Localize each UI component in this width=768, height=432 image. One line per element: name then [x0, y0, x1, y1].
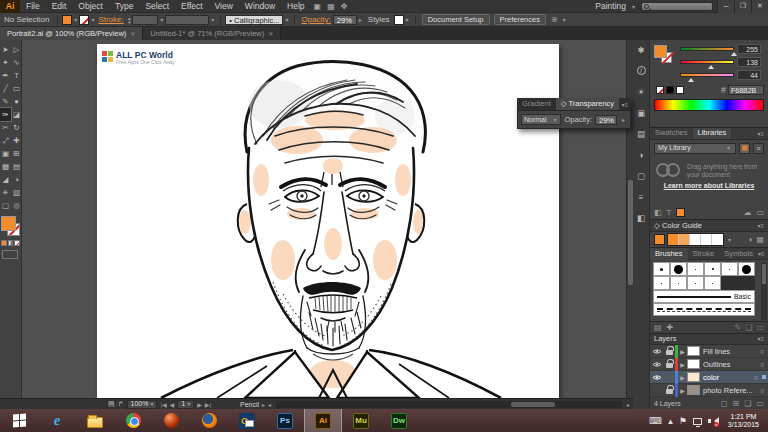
- brush-swatch[interactable]: [738, 262, 755, 276]
- control-panel-menu-icon[interactable]: ≋: [548, 15, 561, 24]
- symbols-panel-icon[interactable]: ✱: [635, 43, 648, 56]
- status-icon-1[interactable]: ▤: [108, 400, 115, 408]
- zoom-level-select[interactable]: 100%▾: [127, 400, 158, 409]
- brush-libraries-icon[interactable]: ▤: [654, 323, 662, 332]
- blend-mode-select[interactable]: Normal▾: [521, 114, 561, 125]
- stroke-dropdown-icon[interactable]: ▾: [89, 16, 96, 23]
- horizontal-scrollbar[interactable]: [276, 401, 622, 408]
- opacity-link[interactable]: Opacity:: [299, 15, 332, 24]
- column-graph-tool[interactable]: ▥: [11, 186, 22, 199]
- brush-dropdown-icon[interactable]: ▾: [283, 16, 290, 23]
- new-brush-icon[interactable]: ❏: [745, 323, 752, 332]
- layer-thumbnail[interactable]: [687, 385, 700, 395]
- panel-menu-icon[interactable]: ▾≡: [757, 335, 764, 342]
- delete-layer-icon[interactable]: ▭: [756, 399, 764, 408]
- fill-dropdown-icon[interactable]: ▾: [72, 16, 79, 23]
- free-transform-tool[interactable]: ▣: [0, 147, 11, 160]
- magic-wand-tool[interactable]: ✦: [0, 56, 11, 69]
- tab-swatches[interactable]: Swatches: [650, 127, 693, 139]
- taskbar-outlook[interactable]: O: [228, 409, 266, 432]
- panel-menu-icon[interactable]: ▾≡: [621, 101, 631, 108]
- expand-arrow-icon[interactable]: ▶: [678, 348, 687, 355]
- document-tab-portrait2[interactable]: Portrait2.ai @ 100% (RGB/Preview) ✕: [0, 27, 143, 40]
- symbol-sprayer-tool[interactable]: ✳: [0, 186, 11, 199]
- artboard-tool[interactable]: ▢: [0, 199, 11, 212]
- menu-window[interactable]: Window: [239, 0, 281, 13]
- screen-mode-button[interactable]: [2, 250, 18, 259]
- artboard-navigation-select[interactable]: 1▾: [177, 400, 194, 409]
- lock-icon[interactable]: [663, 347, 675, 355]
- hex-field[interactable]: F68B2B: [728, 85, 764, 95]
- green-slider[interactable]: [680, 60, 734, 64]
- pen-tool[interactable]: ✒: [0, 69, 11, 82]
- layer-thumbnail[interactable]: [687, 359, 700, 369]
- layer-thumbnail[interactable]: [687, 346, 700, 356]
- brush-swatch[interactable]: [670, 276, 687, 290]
- brush-swatch[interactable]: [653, 276, 670, 290]
- taskbar-illustrator-active[interactable]: Ai: [304, 409, 342, 432]
- menu-edit[interactable]: Edit: [46, 0, 73, 13]
- brush-swatch[interactable]: [704, 262, 721, 276]
- expand-arrow-icon[interactable]: ▶: [678, 361, 687, 368]
- opacity-field[interactable]: 29%: [595, 115, 617, 125]
- red-slider[interactable]: [680, 47, 734, 51]
- direct-selection-tool[interactable]: ▷: [11, 43, 22, 56]
- bridge-icon[interactable]: ▣: [311, 2, 325, 11]
- target-circle-icon[interactable]: ○: [756, 348, 768, 355]
- brush-swatch[interactable]: [653, 262, 670, 276]
- library-select[interactable]: My Library▾: [654, 143, 736, 154]
- fill-swatch[interactable]: [654, 45, 667, 58]
- document-setup-button[interactable]: Document Setup: [422, 14, 490, 25]
- selection-tool[interactable]: ➤: [0, 43, 11, 56]
- mesh-tool[interactable]: ▦: [0, 160, 11, 173]
- fill-stroke-widget[interactable]: [1, 216, 22, 238]
- brush-swatch[interactable]: [721, 262, 738, 276]
- action-center-flag-icon[interactable]: ⚑: [679, 416, 687, 426]
- blob-brush-tool[interactable]: ●: [11, 95, 22, 108]
- width-profile-dropdown-icon[interactable]: ▾: [209, 16, 216, 23]
- stroke-weight-dropdown-icon[interactable]: ▾: [158, 16, 165, 23]
- artboard[interactable]: ALL PC World Free Apps One Click Away: [97, 44, 559, 398]
- add-brush-icon[interactable]: ✚: [667, 323, 674, 332]
- rectangle-tool[interactable]: ▭: [11, 82, 22, 95]
- taskbar-browser[interactable]: [152, 409, 190, 432]
- layer-thumbnail[interactable]: [687, 372, 700, 382]
- brush-options-icon[interactable]: ✎: [735, 323, 742, 332]
- panel-menu-icon[interactable]: ▾≡: [757, 222, 764, 229]
- rotate-tool[interactable]: ↻: [11, 121, 22, 134]
- green-value-field[interactable]: 138: [737, 57, 761, 67]
- taskbar-chrome[interactable]: [114, 409, 152, 432]
- make-clip-mask-icon[interactable]: ◻: [721, 399, 728, 408]
- draw-none-button[interactable]: [14, 240, 20, 246]
- stroke-weight-field[interactable]: [132, 15, 158, 25]
- zoom-tool[interactable]: ◎: [11, 199, 22, 212]
- tray-expand-icon[interactable]: ▴: [668, 416, 673, 426]
- menu-effect[interactable]: Effect: [175, 0, 209, 13]
- layer-row-fill-lines[interactable]: ▶ Fill lines ○: [650, 345, 768, 358]
- info-panel-icon[interactable]: i: [635, 64, 648, 77]
- target-circle-icon[interactable]: ○: [756, 387, 768, 394]
- menu-file[interactable]: File: [20, 0, 46, 13]
- menu-select[interactable]: Select: [139, 0, 175, 13]
- spin-down-icon[interactable]: ▾: [128, 20, 131, 24]
- harmony-swatches[interactable]: [667, 233, 724, 246]
- blend-tool[interactable]: ◑: [11, 173, 22, 186]
- close-button[interactable]: ✕: [751, 0, 768, 13]
- none-swatch[interactable]: [656, 86, 664, 94]
- taskbar-clock[interactable]: 1:21 PM 3/13/2015: [724, 413, 763, 429]
- search-input[interactable]: [641, 2, 713, 11]
- scale-tool[interactable]: ⤢: [0, 134, 11, 147]
- canvas-area[interactable]: ALL PC World Free Apps One Click Away: [22, 40, 633, 398]
- lasso-tool[interactable]: ∿: [11, 56, 22, 69]
- menu-help[interactable]: Help: [281, 0, 310, 13]
- taskbar-muse[interactable]: Mu: [342, 409, 380, 432]
- visibility-eye-icon[interactable]: [650, 361, 663, 368]
- cloud-sync-icon[interactable]: ☁: [743, 208, 751, 217]
- grid-view-button[interactable]: ▦: [739, 143, 750, 154]
- color-asset-swatch[interactable]: [676, 208, 685, 217]
- delete-brush-icon[interactable]: ▭: [756, 323, 764, 332]
- workspace-dropdown-icon[interactable]: ▾: [630, 3, 637, 10]
- tab-close-icon[interactable]: ✕: [268, 30, 273, 37]
- color-wheel-icon[interactable]: ◑: [748, 235, 753, 244]
- artboards-panel-icon[interactable]: ▣: [635, 106, 648, 119]
